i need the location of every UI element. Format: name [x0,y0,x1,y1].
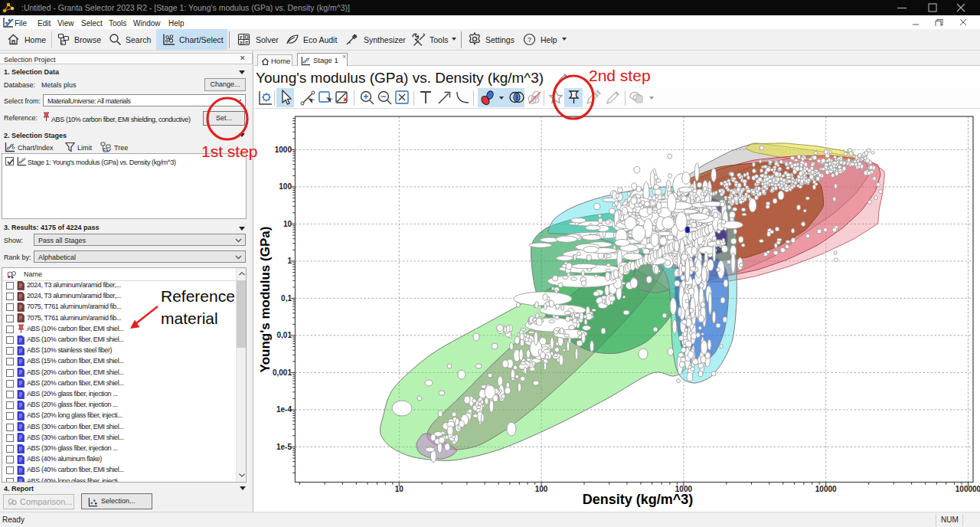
svg-text:material: material [161,309,218,327]
svg-text:1st step: 1st step [201,142,258,160]
svg-text:Reference: Reference [161,287,235,305]
svg-text:2nd step: 2nd step [589,67,651,84]
